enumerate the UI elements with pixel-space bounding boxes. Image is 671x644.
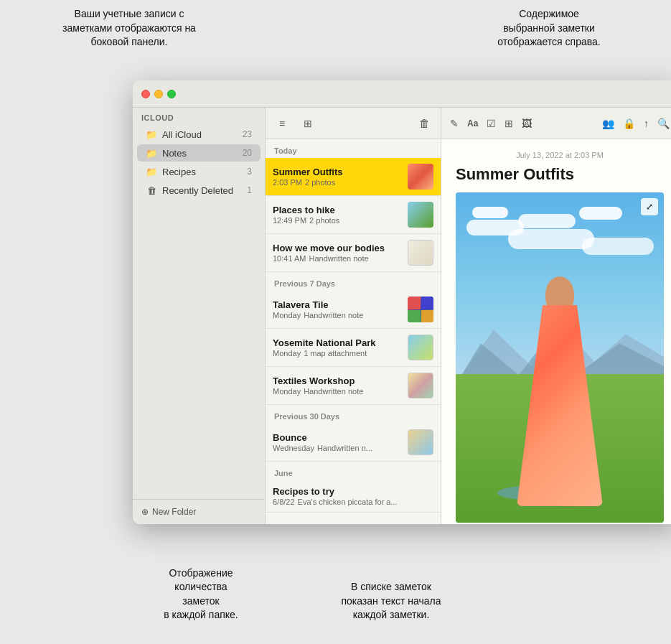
section-header-prev30: Previous 30 Days [266, 405, 441, 424]
cloud [508, 229, 594, 249]
share-button[interactable]: ↑ [644, 118, 649, 129]
callout-top-right: Содержимоевыбранной заметкиотображается … [470, 7, 628, 50]
cloud [472, 207, 508, 218]
title-bar [133, 80, 671, 108]
sidebar-item-recipes[interactable]: 📁 Recipes 3 [137, 163, 261, 180]
text-format-button[interactable]: Aa [467, 118, 478, 129]
note-thumbnail [408, 429, 433, 455]
grid-view-icon: ⊞ [304, 118, 312, 129]
compose-button[interactable]: ✎ [450, 118, 459, 129]
sidebar-count: 20 [243, 148, 252, 158]
folder-icon: 📁 [146, 129, 157, 140]
notes-list-content: Today Summer Outfits 2:03 PM2 photos Pla… [266, 139, 441, 524]
app-content: iCloud 📁 All iCloud 23 📁 Notes 20 📁 Reci… [133, 108, 671, 524]
callout-bottom-right: В списке заметокпоказан текст началакажд… [309, 580, 474, 622]
detail-toolbar: ✎ Aa ☑ ⊞ 🖼 👥 🔒 ↑ 🔍 [441, 108, 671, 139]
note-item-text: How we move our bodies 10:41 AMHandwritt… [273, 243, 402, 263]
figure-dress [517, 305, 603, 506]
folder-icon: 📁 [146, 166, 157, 177]
note-item-places-to-hike[interactable]: Places to hike 12:49 PM2 photos [266, 196, 441, 234]
section-header-today: Today [266, 139, 441, 158]
note-item-how-we-move[interactable]: How we move our bodies 10:41 AMHandwritt… [266, 234, 441, 272]
table-button[interactable]: ⊞ [505, 118, 513, 129]
note-item-yosemite[interactable]: Yosemite National Park Monday1 map attac… [266, 329, 441, 367]
note-item-text: Places to hike 12:49 PM2 photos [273, 205, 402, 225]
note-item-text: Recipes to try 6/8/22Eva's chicken picca… [273, 486, 433, 506]
cloud [582, 238, 654, 255]
fullscreen-button[interactable] [167, 90, 176, 98]
search-button[interactable]: 🔍 [657, 118, 670, 129]
sidebar-label: Recipes [162, 167, 247, 177]
note-title: Recipes to try [273, 486, 433, 497]
note-item-text: Talavera Tile MondayHandwritten note [273, 299, 402, 319]
note-item-talavera-tile[interactable]: Talavera Tile MondayHandwritten note [266, 291, 441, 329]
new-folder-button[interactable]: ⊕ New Folder [141, 507, 256, 517]
delete-note-button[interactable]: 🗑 [415, 114, 433, 133]
collaboration-button[interactable]: 👥 [602, 118, 614, 129]
new-folder-label: New Folder [152, 507, 196, 517]
traffic-lights [141, 90, 176, 98]
cloud [518, 214, 576, 228]
sidebar-item-recently-deleted[interactable]: 🗑 Recently Deleted 1 [137, 182, 261, 199]
section-header-june: June [266, 462, 441, 480]
note-title: Yosemite National Park [273, 337, 402, 348]
sidebar-count: 3 [247, 167, 252, 177]
app-window: iCloud 📁 All iCloud 23 📁 Notes 20 📁 Reci… [133, 80, 671, 524]
note-item-text: Bounce WednesdayHandwritten n... [273, 432, 402, 452]
media-button[interactable]: 🖼 [522, 118, 532, 129]
note-thumbnail [408, 240, 433, 266]
note-meta: 6/8/22Eva's chicken piccata for a... [273, 498, 433, 506]
sidebar-item-notes[interactable]: 📁 Notes 20 [137, 144, 261, 162]
note-thumbnail [408, 373, 433, 398]
note-item-text: Textiles Workshop MondayHandwritten note [273, 375, 402, 396]
note-title: Summer Outfits [273, 167, 402, 177]
lock-button[interactable]: 🔒 [623, 118, 635, 129]
note-title: Textiles Workshop [273, 375, 402, 386]
note-detail: ✎ Aa ☑ ⊞ 🖼 👥 🔒 ↑ 🔍 July 13, 2022 at 2:03… [441, 108, 671, 524]
note-meta: MondayHandwritten note [273, 387, 402, 396]
note-meta: 10:41 AMHandwritten note [273, 254, 402, 263]
note-thumbnail [408, 164, 433, 190]
callout-bottom-left: Отображениеколичествазаметокв каждой пап… [140, 566, 262, 622]
figure [518, 258, 601, 506]
checklist-button[interactable]: ☑ [487, 118, 496, 129]
note-meta: 2:03 PM2 photos [273, 178, 402, 187]
sidebar-label: Recently Deleted [162, 185, 247, 196]
sidebar-label: Notes [162, 148, 243, 159]
detail-content: July 13, 2022 at 2:03 PM Summer Outfits [441, 139, 671, 524]
grid-view-button[interactable]: ⊞ [299, 114, 317, 133]
note-title: Places to hike [273, 205, 402, 215]
note-item-bounce[interactable]: Bounce WednesdayHandwritten n... [266, 424, 441, 462]
note-item-text: Yosemite National Park Monday1 map attac… [273, 337, 402, 358]
note-title: Talavera Tile [273, 299, 402, 310]
sidebar-count: 23 [243, 129, 252, 139]
note-item-text: Summer Outfits 2:03 PM2 photos [273, 167, 402, 187]
minimize-button[interactable] [154, 90, 163, 98]
note-meta: Monday1 map attachment [273, 349, 402, 358]
note-thumbnail [408, 335, 433, 360]
expand-button[interactable]: ⤢ [641, 198, 658, 215]
list-view-button[interactable]: ≡ [273, 114, 291, 133]
close-button[interactable] [141, 90, 150, 98]
detail-timestamp: July 13, 2022 at 2:03 PM [456, 151, 664, 159]
note-title: How we move our bodies [273, 243, 402, 253]
sidebar-label: All iCloud [162, 129, 243, 140]
section-header-prev7: Previous 7 Days [266, 272, 441, 291]
note-item-textiles-workshop[interactable]: Textiles Workshop MondayHandwritten note [266, 367, 441, 405]
notes-list-toolbar: ≡ ⊞ 🗑 [266, 108, 441, 139]
note-item-summer-outfits[interactable]: Summer Outfits 2:03 PM2 photos [266, 158, 441, 196]
note-meta: WednesdayHandwritten n... [273, 444, 402, 452]
cloud [579, 207, 622, 220]
detail-image: ⤢ [456, 192, 664, 523]
detail-toolbar-right: 👥 🔒 ↑ 🔍 [602, 118, 670, 129]
plus-icon: ⊕ [141, 507, 149, 517]
note-item-recipes-to-try[interactable]: Recipes to try 6/8/22Eva's chicken picca… [266, 480, 441, 513]
notes-list-panel: ≡ ⊞ 🗑 Today Summer Outfits 2:03 PM2 phot… [266, 108, 441, 524]
note-title: Bounce [273, 432, 402, 443]
folder-icon: 📁 [146, 147, 157, 159]
sidebar-item-all-icloud[interactable]: 📁 All iCloud 23 [137, 126, 261, 143]
note-meta: MondayHandwritten note [273, 311, 402, 319]
sidebar-footer: ⊕ New Folder [133, 499, 265, 524]
note-meta: 12:49 PM2 photos [273, 216, 402, 225]
note-thumbnail [408, 297, 433, 322]
